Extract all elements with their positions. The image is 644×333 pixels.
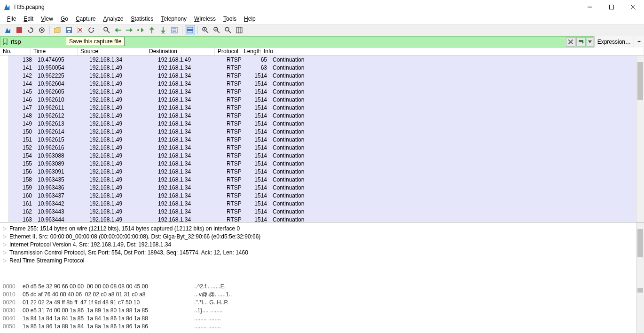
packet-row[interactable]: 14510.962605192.168.1.49192.168.1.34RTSP… bbox=[8, 87, 636, 95]
packet-row[interactable]: 15010.962614192.168.1.49192.168.1.34RTSP… bbox=[8, 127, 636, 135]
menu-view[interactable]: View bbox=[38, 15, 56, 23]
find-packet-button[interactable] bbox=[102, 25, 112, 35]
menu-statistics[interactable]: Statistics bbox=[127, 15, 157, 23]
menu-go[interactable]: Go bbox=[57, 15, 71, 23]
packet-row[interactable]: 14810.962612192.168.1.49192.168.1.34RTSP… bbox=[8, 111, 636, 119]
reload-button[interactable] bbox=[86, 25, 96, 35]
zoom-out-button[interactable] bbox=[212, 25, 222, 35]
expand-caret-icon[interactable]: ▷ bbox=[3, 234, 8, 239]
app-icon bbox=[4, 4, 10, 10]
menu-tools[interactable]: Tools bbox=[220, 15, 240, 23]
col-no[interactable]: No. bbox=[0, 48, 31, 56]
restart-capture-button[interactable] bbox=[25, 25, 36, 35]
menu-capture[interactable]: Capture bbox=[72, 15, 99, 23]
filter-history-button[interactable] bbox=[587, 37, 593, 47]
packet-list-scrollbar[interactable] bbox=[636, 56, 644, 222]
packet-row[interactable]: 16210.963443192.168.1.49192.168.1.34RTSP… bbox=[8, 207, 636, 215]
col-time[interactable]: Time bbox=[31, 48, 78, 56]
titlebar: TI35.pcapng bbox=[0, 0, 644, 14]
zoom-reset-button[interactable] bbox=[223, 25, 233, 35]
packet-row[interactable]: 15910.963436192.168.1.49192.168.1.34RTSP… bbox=[8, 183, 636, 191]
packet-list[interactable]: 13810.474695192.168.1.34192.168.1.49RTSP… bbox=[8, 56, 636, 222]
svg-rect-4 bbox=[16, 27, 22, 33]
close-button[interactable] bbox=[622, 0, 644, 14]
capture-options-button[interactable] bbox=[37, 25, 47, 35]
packet-row[interactable]: 14110.950054192.168.1.49192.168.1.34RTSP… bbox=[8, 63, 636, 71]
packet-row[interactable]: 13810.474695192.168.1.34192.168.1.49RTSP… bbox=[8, 56, 636, 63]
detail-item[interactable]: ▷Real Time Streaming Protocol bbox=[3, 256, 633, 264]
col-source[interactable]: Source bbox=[78, 48, 146, 56]
svg-line-33 bbox=[217, 31, 220, 33]
detail-item[interactable]: ▷Frame 255: 1514 bytes on wire (12112 bi… bbox=[3, 224, 633, 232]
expression-button[interactable]: Expression… bbox=[594, 36, 634, 48]
maximize-button[interactable] bbox=[601, 0, 622, 14]
start-capture-button[interactable] bbox=[3, 25, 13, 35]
packet-details-pane: ▷Frame 255: 1514 bytes on wire (12112 bi… bbox=[0, 222, 644, 281]
expand-caret-icon[interactable]: ▷ bbox=[3, 258, 8, 263]
apply-filter-button[interactable] bbox=[576, 37, 586, 47]
zoom-in-button[interactable] bbox=[200, 25, 211, 35]
menu-wireless[interactable]: Wireless bbox=[191, 15, 219, 23]
packet-row[interactable]: 14410.962604192.168.1.49192.168.1.34RTSP… bbox=[8, 79, 636, 87]
colorize-button[interactable] bbox=[185, 25, 195, 35]
hex-scrollbar[interactable] bbox=[636, 281, 644, 333]
col-destination[interactable]: Destination bbox=[146, 48, 215, 56]
col-length[interactable]: Length bbox=[241, 48, 261, 56]
menu-telephony[interactable]: Telephony bbox=[157, 15, 190, 23]
hex-line[interactable]: 00501a 86 1a 86 1a 88 1a 84 1a 8a 1a 86 … bbox=[3, 323, 633, 331]
hex-line[interactable]: 0000e0 d5 5e 32 90 66 00 00 00 00 00 08 … bbox=[3, 283, 633, 291]
packet-row[interactable]: 14610.962610192.168.1.49192.168.1.34RTSP… bbox=[8, 95, 636, 103]
stop-capture-button[interactable] bbox=[14, 25, 24, 35]
autoscroll-button[interactable] bbox=[169, 25, 180, 35]
close-file-button[interactable] bbox=[75, 25, 85, 35]
details-scrollbar[interactable] bbox=[636, 222, 644, 281]
clear-filter-button[interactable] bbox=[566, 37, 575, 47]
packet-row[interactable]: 14210.962225192.168.1.49192.168.1.34RTSP… bbox=[8, 71, 636, 79]
packet-row[interactable]: 16110.963442192.168.1.49192.168.1.34RTSP… bbox=[8, 199, 636, 207]
packet-row[interactable]: 14710.962611192.168.1.49192.168.1.34RTSP… bbox=[8, 103, 636, 111]
expand-caret-icon[interactable]: ▷ bbox=[3, 226, 8, 231]
hex-line[interactable]: 001005 dc af 76 40 00 40 06 02 02 c0 a8 … bbox=[3, 291, 633, 299]
col-info[interactable]: Info bbox=[261, 48, 644, 56]
menu-edit[interactable]: Edit bbox=[20, 15, 37, 23]
svg-point-13 bbox=[104, 27, 108, 31]
window-title: TI35.pcapng bbox=[13, 4, 45, 10]
packet-row[interactable]: 15410.963088192.168.1.49192.168.1.34RTSP… bbox=[8, 151, 636, 159]
menu-help[interactable]: Help bbox=[241, 15, 259, 23]
go-to-packet-button[interactable] bbox=[135, 25, 146, 35]
add-filter-button[interactable]: + bbox=[634, 36, 644, 48]
detail-item[interactable]: ▷Ethernet II, Src: 00:00:00_00:00:08 (00… bbox=[3, 232, 633, 240]
hex-line[interactable]: 002001 22 02 2a 49 ff 8b ff 47 1f 9d 48 … bbox=[3, 299, 633, 307]
hex-line[interactable]: 003000 e5 31 7d 00 00 1a 86 1a 89 1a 80 … bbox=[3, 307, 633, 315]
packet-row[interactable]: 15210.962616192.168.1.49192.168.1.34RTSP… bbox=[8, 143, 636, 151]
go-last-button[interactable] bbox=[158, 25, 168, 35]
packet-row[interactable]: 14910.962613192.168.1.49192.168.1.34RTSP… bbox=[8, 119, 636, 127]
go-forward-button[interactable] bbox=[124, 25, 134, 35]
packet-row[interactable]: 16010.963437192.168.1.49192.168.1.34RTSP… bbox=[8, 191, 636, 199]
col-protocol[interactable]: Protocol bbox=[215, 48, 241, 56]
open-file-button[interactable] bbox=[52, 25, 63, 35]
packet-row[interactable]: 15510.963089192.168.1.49192.168.1.34RTSP… bbox=[8, 159, 636, 167]
packet-details-tree[interactable]: ▷Frame 255: 1514 bytes on wire (12112 bi… bbox=[0, 222, 636, 281]
menu-file[interactable]: File bbox=[4, 15, 19, 23]
minimize-button[interactable] bbox=[579, 0, 601, 14]
detail-item[interactable]: ▷Internet Protocol Version 4, Src: 192.1… bbox=[3, 240, 633, 248]
resize-columns-button[interactable] bbox=[234, 25, 244, 35]
expand-caret-icon[interactable]: ▷ bbox=[3, 250, 8, 255]
packet-row[interactable]: 15110.962615192.168.1.49192.168.1.34RTSP… bbox=[8, 135, 636, 143]
menubar: FileEditViewGoCaptureAnalyzeStatisticsTe… bbox=[0, 14, 644, 24]
bookmark-icon[interactable] bbox=[0, 39, 10, 45]
packet-row[interactable]: 15810.963435192.168.1.49192.168.1.34RTSP… bbox=[8, 175, 636, 183]
go-first-button[interactable] bbox=[147, 25, 157, 35]
hex-line[interactable]: 00401a 84 1a 84 1a 84 1a 85 1a 84 1a 86 … bbox=[3, 315, 633, 323]
hex-dump[interactable]: 0000e0 d5 5e 32 90 66 00 00 00 00 00 08 … bbox=[0, 281, 636, 333]
expand-caret-icon[interactable]: ▷ bbox=[3, 242, 8, 247]
packet-row[interactable]: 15610.963091192.168.1.49192.168.1.34RTSP… bbox=[8, 167, 636, 175]
go-back-button[interactable] bbox=[113, 25, 123, 35]
menu-analyze[interactable]: Analyze bbox=[100, 15, 127, 23]
save-file-button[interactable] bbox=[63, 25, 74, 35]
packet-row[interactable]: 16310.963444192.168.1.49192.168.1.34RTSP… bbox=[8, 215, 636, 222]
svg-rect-1 bbox=[610, 5, 614, 9]
tooltip: Save this capture file bbox=[66, 37, 125, 46]
detail-item[interactable]: ▷Transmission Control Protocol, Src Port… bbox=[3, 248, 633, 256]
